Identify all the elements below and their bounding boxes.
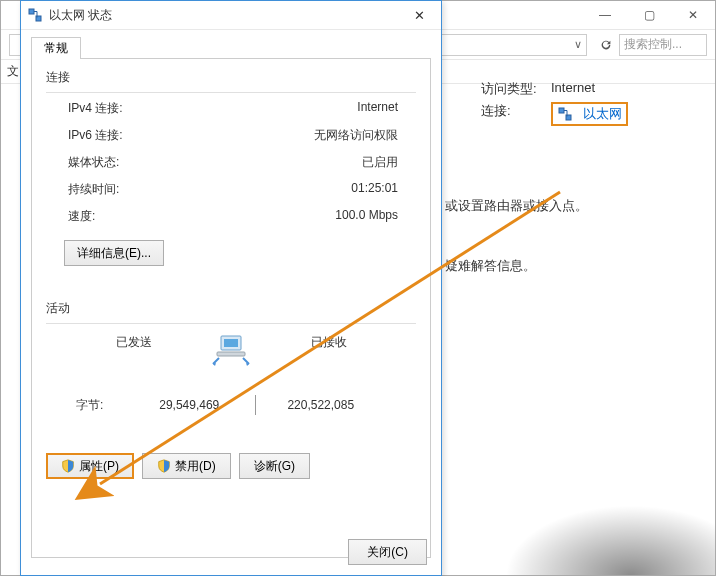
tab-content-general: 连接 IPv4 连接:Internet IPv6 连接:无网络访问权限 媒体状态… xyxy=(31,58,431,558)
details-button[interactable]: 详细信息(E)... xyxy=(64,240,164,266)
duration-label: 持续时间: xyxy=(68,181,119,198)
bg-text-1: 或设置路由器或接入点。 xyxy=(445,197,588,215)
close-button[interactable]: ✕ xyxy=(671,1,715,29)
svg-rect-2 xyxy=(29,9,34,14)
dialog-footer: 关闭(C) xyxy=(348,539,427,565)
received-value: 220,522,085 xyxy=(256,398,387,412)
speed-value: 100.0 Mbps xyxy=(335,208,398,225)
media-state-value: 已启用 xyxy=(362,154,398,171)
properties-button-label: 属性(P) xyxy=(79,458,119,475)
ethernet-link-text: 以太网 xyxy=(583,105,622,123)
sent-label: 已发送 xyxy=(76,334,191,373)
ipv4-value: Internet xyxy=(357,100,398,117)
connection-label: 连接: xyxy=(481,102,551,126)
duration-value: 01:25:01 xyxy=(351,181,398,198)
svg-rect-0 xyxy=(559,108,564,113)
dialog-title: 以太网 状态 xyxy=(49,7,401,24)
received-label: 已接收 xyxy=(271,334,386,373)
shield-icon xyxy=(157,459,171,473)
svg-rect-6 xyxy=(217,352,245,356)
search-input[interactable]: 搜索控制... xyxy=(619,34,707,56)
dialog-titlebar[interactable]: 以太网 状态 ✕ xyxy=(21,1,441,30)
chevron-down-icon: ∨ xyxy=(574,38,582,51)
ethernet-status-dialog: 以太网 状态 ✕ 常规 连接 IPv4 连接:Internet IPv6 连接:… xyxy=(20,0,442,576)
bg-text-2: 疑难解答信息。 xyxy=(445,257,536,275)
activity-section: 活动 已发送 xyxy=(46,300,416,427)
decorative-shadow xyxy=(505,505,715,575)
dialog-close-button[interactable]: ✕ xyxy=(401,4,437,26)
close-dialog-button[interactable]: 关闭(C) xyxy=(348,539,427,565)
menu-file[interactable]: 文 xyxy=(7,63,19,80)
activity-section-title: 活动 xyxy=(46,300,416,317)
disable-button-label: 禁用(D) xyxy=(175,458,216,475)
tabstrip: 常规 xyxy=(31,36,431,58)
shield-icon xyxy=(61,459,75,473)
maximize-button[interactable]: ▢ xyxy=(627,1,671,29)
svg-rect-5 xyxy=(224,339,238,347)
speed-label: 速度: xyxy=(68,208,95,225)
ethernet-link[interactable]: 以太网 xyxy=(551,102,628,126)
connection-groupbox: IPv4 连接:Internet IPv6 连接:无网络访问权限 媒体状态:已启… xyxy=(46,92,416,276)
network-icon xyxy=(557,106,573,122)
network-icon xyxy=(27,7,43,23)
media-state-label: 媒体状态: xyxy=(68,154,119,171)
action-button-row: 属性(P) 禁用(D) 诊断(G) xyxy=(46,453,416,479)
ipv6-label: IPv6 连接: xyxy=(68,127,123,144)
minimize-button[interactable]: — xyxy=(583,1,627,29)
network-summary: 访问类型: Internet 连接: 以太网 xyxy=(481,76,701,130)
properties-button[interactable]: 属性(P) xyxy=(46,453,134,479)
access-type-label: 访问类型: xyxy=(481,80,551,98)
refresh-button[interactable] xyxy=(593,34,619,56)
computer-icon xyxy=(207,334,255,373)
access-type-value: Internet xyxy=(551,80,595,98)
ipv6-value: 无网络访问权限 xyxy=(314,127,398,144)
sent-value: 29,549,469 xyxy=(124,398,255,412)
disable-button[interactable]: 禁用(D) xyxy=(142,453,231,479)
bytes-label: 字节: xyxy=(76,397,124,414)
connection-section-title: 连接 xyxy=(46,69,416,86)
diagnose-button[interactable]: 诊断(G) xyxy=(239,453,310,479)
ipv4-label: IPv4 连接: xyxy=(68,100,123,117)
tab-general[interactable]: 常规 xyxy=(31,37,81,59)
